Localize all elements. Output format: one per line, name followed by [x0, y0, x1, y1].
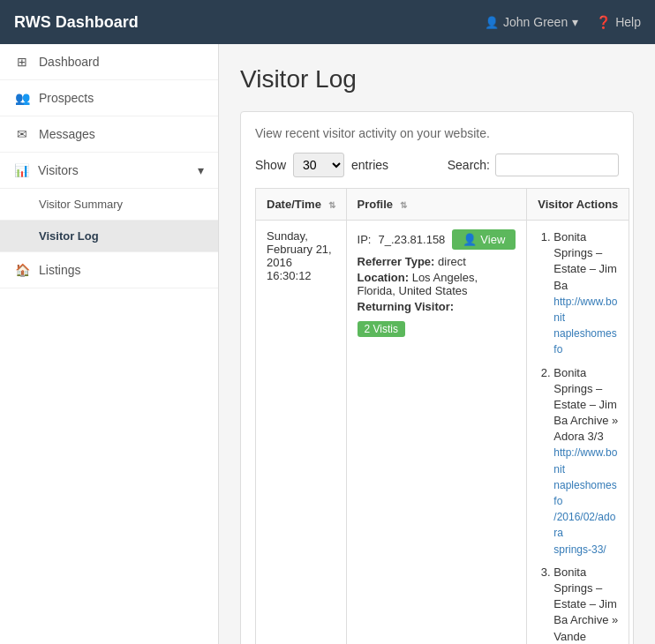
ip-row: IP: 7_.23.81.158 👤 View: [358, 229, 516, 250]
entries-label: entries: [351, 158, 388, 172]
navbar: RWS Dashboard John Green ❓ Help: [0, 0, 655, 44]
sidebar-item-messages[interactable]: Messages: [0, 116, 218, 153]
col-header-profile[interactable]: Profile: [346, 189, 527, 221]
col-header-datetime[interactable]: Date/Time: [256, 189, 347, 221]
chevron-down-icon: [198, 163, 204, 177]
messages-icon: [14, 127, 30, 141]
list-item: Bonita Springs – Estate – Jim Ba Archive…: [553, 565, 618, 644]
show-label: Show: [255, 158, 286, 172]
search-label: Search:: [448, 158, 490, 172]
referrer-type-value: direct: [438, 255, 466, 268]
prospects-icon: [14, 91, 30, 105]
listings-icon: [14, 263, 30, 277]
list-item: Bonita Springs – Estate – Jim Ba http://…: [553, 229, 618, 358]
user-icon: [485, 15, 499, 29]
location-field: Location: Los Angeles, Florida, United S…: [358, 271, 516, 297]
layout: Dashboard Prospects Messages Visitors Vi…: [0, 44, 655, 644]
sidebar-item-listings[interactable]: Listings: [0, 252, 218, 288]
user-icon: 👤: [463, 233, 477, 246]
referrer-type-field: Referrer Type: direct: [358, 255, 516, 268]
app-brand: RWS Dashboard: [14, 13, 139, 32]
main-content: Visitor Log View recent visitor activity…: [219, 44, 655, 644]
view-label: View: [480, 233, 505, 246]
sidebar-item-dashboard[interactable]: Dashboard: [0, 44, 218, 80]
sidebar-label-visitor-log: Visitor Log: [39, 229, 99, 243]
action-link-2[interactable]: http://www.bonitnapleshomesfo/2016/02/ad…: [553, 446, 617, 555]
cell-visitor-actions: Bonita Springs – Estate – Jim Ba http://…: [527, 221, 629, 645]
search-input[interactable]: [495, 154, 619, 176]
ip-value: 7_.23.81.158: [378, 233, 445, 246]
datetime-value: Sunday,February 21,201616:30:12: [267, 229, 332, 282]
sidebar-label-messages: Messages: [39, 127, 95, 141]
col-header-visitor-actions: Visitor Actions: [527, 189, 629, 221]
user-name: John Green: [503, 15, 568, 29]
returning-field: Returning Visitor:: [358, 300, 516, 313]
user-menu[interactable]: John Green: [485, 15, 578, 29]
action-title-3: Bonita Springs – Estate – Jim Ba Archive…: [553, 565, 618, 644]
help-link[interactable]: ❓ Help: [596, 15, 641, 29]
sidebar-label-listings: Listings: [39, 263, 80, 277]
sort-icon-profile: [400, 200, 407, 210]
search-label-group: Search:: [448, 154, 619, 176]
visitor-table: Date/Time Profile Visitor Actions: [255, 188, 629, 644]
entries-select[interactable]: 10 25 30 50 100: [293, 153, 344, 177]
sidebar-label-visitors: Visitors: [38, 163, 79, 177]
help-label: Help: [615, 15, 641, 29]
sidebar-label-prospects: Prospects: [39, 91, 94, 105]
visitors-icon: [14, 163, 29, 177]
actions-list: Bonita Springs – Estate – Jim Ba http://…: [538, 229, 618, 644]
action-title-1: Bonita Springs – Estate – Jim Ba: [553, 230, 617, 292]
sort-icon-datetime: [328, 200, 335, 210]
sidebar-item-visitor-summary[interactable]: Visitor Summary: [0, 189, 218, 221]
sidebar-label-visitor-summary: Visitor Summary: [39, 198, 123, 211]
col-label-profile: Profile: [358, 198, 393, 211]
cell-datetime: Sunday,February 21,201616:30:12: [256, 221, 347, 645]
table-row: Sunday,February 21,201616:30:12 IP: 7_.2…: [256, 221, 629, 645]
table-controls: Show 10 25 30 50 100 entries Search:: [255, 153, 619, 177]
sidebar: Dashboard Prospects Messages Visitors Vi…: [0, 44, 219, 644]
action-title-2: Bonita Springs – Estate – Jim Ba Archive…: [553, 366, 618, 444]
cell-profile: IP: 7_.23.81.158 👤 View Referrer Type: d…: [346, 221, 527, 645]
sidebar-item-visitor-log[interactable]: Visitor Log: [0, 221, 218, 252]
sidebar-label-dashboard: Dashboard: [39, 55, 100, 69]
dashboard-icon: [14, 55, 30, 69]
location-label: Location:: [358, 271, 410, 284]
sidebar-item-prospects[interactable]: Prospects: [0, 80, 218, 116]
col-label-datetime: Date/Time: [267, 198, 321, 211]
referrer-type-label: Referrer Type:: [358, 255, 435, 268]
visitor-log-card: View recent visitor activity on your web…: [240, 111, 634, 644]
page-title: Visitor Log: [240, 65, 634, 94]
col-label-visitor-actions: Visitor Actions: [538, 198, 618, 211]
list-item: Bonita Springs – Estate – Jim Ba Archive…: [553, 365, 618, 558]
table-header-row: Date/Time Profile Visitor Actions: [256, 189, 629, 221]
ip-label: IP:: [358, 233, 372, 246]
chevron-down-icon: [572, 15, 578, 29]
view-button[interactable]: 👤 View: [452, 229, 516, 250]
visits-badge: 2 Vistis: [358, 321, 405, 337]
returning-label: Returning Visitor:: [358, 300, 455, 313]
visitors-left: Visitors: [14, 163, 79, 177]
action-link-1[interactable]: http://www.bonitnapleshomesfo: [553, 296, 617, 356]
help-icon: ❓: [596, 15, 611, 29]
card-subtitle: View recent visitor activity on your web…: [255, 126, 619, 140]
sidebar-item-visitors[interactable]: Visitors: [0, 153, 218, 189]
navbar-right: John Green ❓ Help: [485, 15, 641, 29]
